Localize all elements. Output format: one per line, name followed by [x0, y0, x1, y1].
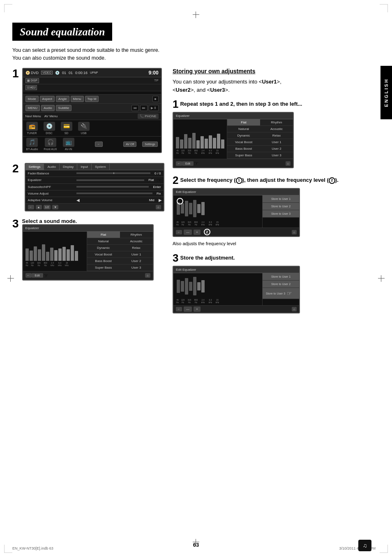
req-back-btn[interactable]: ← [176, 161, 182, 166]
adaptive-left-btn[interactable]: ◀ [75, 197, 81, 203]
eq-opt-relax[interactable]: Relax [120, 245, 153, 251]
right-step-3-block: 3 Store the adjustment. Edit Equalizer [173, 253, 376, 313]
eq-home-btn[interactable]: ⌂ [145, 273, 150, 278]
eq-opt-vocal-boost[interactable]: Vocal Boost [87, 251, 120, 258]
freq-120: 120Hz [30, 262, 35, 267]
eeq2-plus-btn[interactable]: + [194, 306, 201, 312]
req-dynamic[interactable]: Dynamic [227, 132, 260, 139]
circle-1: 1 [236, 177, 242, 184]
store-user2-btn-2[interactable]: Store to User 2 [263, 281, 299, 288]
menu2-btn[interactable]: MENU [25, 105, 40, 111]
adj-badge[interactable]: ☑ ADJ [25, 85, 37, 90]
req-super[interactable]: Super Bass [227, 152, 260, 159]
audio-btn[interactable]: Audio [41, 105, 54, 111]
eq-opt-user3[interactable]: User 3 [120, 265, 153, 271]
settings-tab-audio[interactable]: Audio [44, 164, 59, 170]
circle-annotation-2: 2 [204, 229, 210, 235]
store-user3-btn[interactable]: Store to User 3 [263, 210, 299, 218]
back-nav-btn[interactable]: ← [28, 205, 34, 209]
store-user2-btn[interactable]: Store to User 2 [263, 203, 299, 210]
mode-btn[interactable]: Mode [25, 96, 39, 102]
req-relax[interactable]: Relax [260, 132, 293, 139]
eeq2-minus-btn[interactable]: — [184, 306, 192, 312]
req-bass[interactable]: Bass Boost [227, 146, 260, 152]
topm-btn[interactable]: Top M [85, 96, 99, 102]
req-user1[interactable]: User 1 [260, 139, 293, 146]
phone-btn[interactable]: 📞 PHONE [138, 114, 159, 119]
settings-tab-settings[interactable]: Settings [25, 164, 44, 170]
bt-audio-item[interactable]: 🎵 BT-Audio [26, 138, 38, 151]
store-user1-btn-2[interactable]: Store to User 1 [263, 273, 299, 281]
settings-tab-system[interactable]: System [92, 164, 110, 170]
store-user3-btn-2[interactable]: Store to User 3 ☞ [263, 288, 299, 299]
avoff-btn[interactable]: AV Off [123, 142, 136, 147]
home-nav-btn[interactable]: ⌂ [156, 205, 161, 209]
subtitle-btn[interactable]: Subtitle [56, 105, 72, 111]
next-btn[interactable]: ⏭ [140, 105, 148, 111]
req-acoustic[interactable]: Acoustic [260, 126, 293, 132]
eq-opt-flat[interactable]: Flat [87, 232, 120, 238]
prev-btn[interactable]: ⏮ [131, 105, 139, 111]
efreq2-800: 800Hz [193, 299, 199, 304]
req-rhythm[interactable]: Rhythm [260, 119, 293, 126]
back-btn[interactable]: ← [95, 142, 103, 147]
eq-bar-9 [58, 248, 62, 261]
nav-row: Navi Menu AV Menu 📞 PHONE [23, 113, 161, 120]
req-natural[interactable]: Natural [227, 126, 260, 132]
right-step-1-header: 1 Repeat steps 1 and 2, then in step 3 o… [173, 99, 376, 109]
equalizer-row[interactable]: Equalizer Flat ☞ [25, 177, 164, 184]
eq-opt-user1[interactable]: User 1 [120, 251, 153, 258]
navi-menu[interactable]: Navi Menu [25, 114, 41, 118]
eq-bar-13 [75, 251, 78, 261]
req-flat[interactable]: Flat [227, 119, 260, 126]
eq-opt-natural[interactable]: Natural [87, 238, 120, 245]
eeq2-home-btn[interactable]: ⌂ [292, 307, 297, 311]
usb-icon-item[interactable]: 🔌 USB [78, 122, 90, 135]
aspect-btn[interactable]: Aspect [40, 96, 55, 102]
sd-icon-item[interactable]: 💳 SD [61, 122, 72, 135]
page-nav-btn[interactable]: 1/2 [44, 205, 51, 209]
eeq2-back-btn[interactable]: ← [176, 307, 182, 311]
disc-icon-item[interactable]: 💿 DISC [44, 122, 55, 135]
req-vocal[interactable]: Vocal Boost [227, 139, 260, 146]
down-nav-btn[interactable]: ▼ [52, 205, 58, 209]
freq-45: 45Hz [25, 262, 29, 267]
disp-badge[interactable]: ▦ DISP [25, 78, 39, 83]
eq-options-col2: Rhythm Acoustic Relax User 1 User 2 User… [120, 232, 153, 271]
front-aux-item[interactable]: 🎧 Front AUX [44, 138, 57, 151]
eeq-plus-btn[interactable]: + [194, 230, 201, 235]
req-user2[interactable]: User 2 [260, 146, 293, 152]
square-btn[interactable]: ■ [152, 96, 159, 102]
settings-btn[interactable]: Settings [142, 142, 157, 147]
tuner-icon-item[interactable]: 📻 TUNER [26, 122, 38, 135]
av-menu[interactable]: AV Menu [44, 114, 58, 118]
req-user3[interactable]: User 3 [260, 152, 293, 159]
eq-opt-bass-boost[interactable]: Bass Boost [87, 258, 120, 265]
eq-edit-btn[interactable]: Edit [32, 273, 43, 278]
fader-label: Fader/Balance [25, 170, 75, 176]
edit-eq-main-2: 45Hz 120Hz 315Hz 800Hz 2.4kHz 6.3kHz 15k… [173, 273, 299, 305]
eq-back-btn[interactable]: ← [25, 273, 32, 278]
req-home-btn[interactable]: ⌂ [286, 161, 291, 166]
eeq-home-btn[interactable]: ⌂ [292, 230, 297, 234]
hand-pointer-eq: ☞ [43, 272, 48, 279]
eq-opt-user2[interactable]: User 2 [120, 258, 153, 265]
eeq-back-btn[interactable]: ← [176, 230, 182, 234]
up-nav-btn[interactable]: ▲ [36, 205, 42, 209]
eq-opt-rhythm[interactable]: Rhythm [120, 232, 153, 238]
store-user1-btn[interactable]: Store to User 1 [263, 195, 299, 203]
req-edit-btn[interactable]: Edit [182, 161, 194, 166]
adaptive-right-btn[interactable]: ▶ [157, 197, 164, 203]
dvd-top-bar: 📀 DVD VIDEO 💿 01 01 0:00:16 UPNP 9:00 [23, 69, 161, 77]
av-in-item[interactable]: 📺 AV-IN [63, 138, 74, 151]
settings-tab-input[interactable]: Input [77, 164, 92, 170]
angle-btn[interactable]: Angle [56, 96, 69, 102]
eq-opt-dynamic[interactable]: Dynamic [87, 245, 120, 251]
rfreq-2k4: 2.4kHz [200, 149, 206, 154]
eeq-minus-btn[interactable]: — [184, 230, 192, 235]
settings-tab-display[interactable]: Display [60, 164, 77, 170]
play-btn[interactable]: ▶⏸ [149, 105, 159, 111]
eq-opt-super-bass[interactable]: Super Bass [87, 265, 120, 271]
menu-btn[interactable]: Menu [71, 96, 84, 102]
eq-opt-acoustic[interactable]: Acoustic [120, 238, 153, 245]
